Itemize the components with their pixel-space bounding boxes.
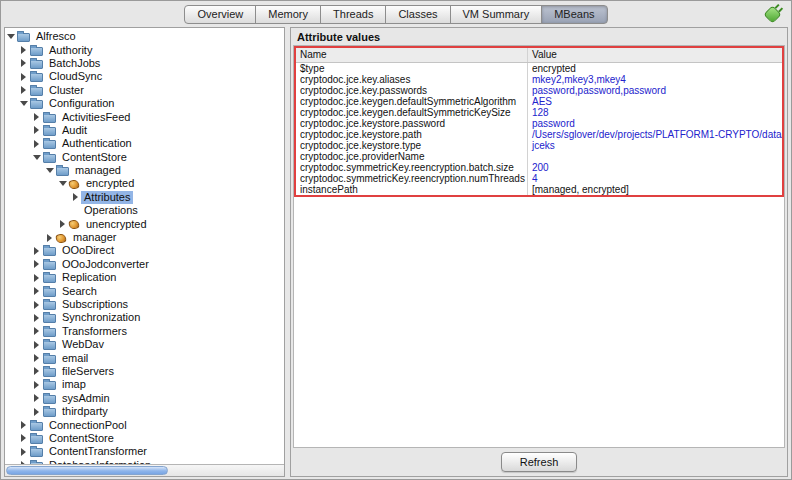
collapsed-arrow-icon[interactable]: [18, 448, 29, 456]
attribute-row[interactable]: cryptodoc.jce.keystore.typejceks: [296, 140, 782, 151]
collapsed-arrow-icon[interactable]: [31, 327, 42, 335]
attribute-row[interactable]: cryptodoc.jce.keygen.defaultSymmetricKey…: [296, 107, 782, 118]
tree-item-replication[interactable]: Replication: [5, 271, 284, 284]
collapsed-arrow-icon[interactable]: [57, 220, 68, 228]
collapsed-arrow-icon[interactable]: [31, 113, 42, 121]
tree-item-sysadmin[interactable]: sysAdmin: [5, 392, 284, 405]
folder-icon: [43, 368, 56, 377]
tree-item-unencrypted[interactable]: unencrypted: [5, 217, 284, 230]
triangle-glyph: [60, 220, 65, 228]
tree-item-cluster[interactable]: Cluster: [5, 84, 284, 97]
tree-item-batchjobs[interactable]: BatchJobs: [5, 57, 284, 70]
attribute-row[interactable]: cryptodoc.symmetricKey.reencryption.batc…: [296, 162, 782, 173]
tree-item-attributes[interactable]: Attributes: [5, 191, 284, 204]
tree-item-alfresco[interactable]: Alfresco: [5, 30, 284, 43]
attribute-value[interactable]: /Users/sglover/dev/projects/PLATFORM1-CR…: [528, 129, 782, 140]
attribute-row[interactable]: cryptodoc.symmetricKey.reencryption.numT…: [296, 173, 782, 184]
attribute-row[interactable]: cryptodoc.jce.keystore.path/Users/sglove…: [296, 129, 782, 140]
collapsed-arrow-icon[interactable]: [70, 193, 81, 201]
tab-memory[interactable]: Memory: [255, 5, 321, 24]
attribute-value[interactable]: [528, 151, 782, 162]
tree-item-thirdparty[interactable]: thirdparty: [5, 405, 284, 418]
collapsed-arrow-icon[interactable]: [44, 234, 55, 242]
expanded-arrow-icon[interactable]: [31, 155, 42, 160]
collapsed-arrow-icon[interactable]: [31, 301, 42, 309]
tree-item-synchronization[interactable]: Synchronization: [5, 311, 284, 324]
tree-item-contentstore[interactable]: ContentStore: [5, 432, 284, 445]
column-header-name[interactable]: Name: [296, 48, 528, 62]
collapsed-arrow-icon[interactable]: [18, 73, 29, 81]
attribute-row[interactable]: cryptodoc.jce.providerName: [296, 151, 782, 162]
tree-item-transformers[interactable]: Transformers: [5, 325, 284, 338]
attribute-row[interactable]: cryptodoc.jce.keygen.defaultSymmetricAlg…: [296, 96, 782, 107]
folder-icon: [43, 314, 56, 323]
tree-item-connectionpool[interactable]: ConnectionPool: [5, 418, 284, 431]
tree-item-authority[interactable]: Authority: [5, 43, 284, 56]
collapsed-arrow-icon[interactable]: [31, 341, 42, 349]
collapsed-arrow-icon[interactable]: [31, 394, 42, 402]
refresh-button[interactable]: Refresh: [501, 452, 578, 472]
column-header-value[interactable]: Value: [528, 48, 782, 62]
tree-item-cloudsync[interactable]: CloudSync: [5, 70, 284, 83]
collapsed-arrow-icon[interactable]: [31, 247, 42, 255]
expanded-arrow-icon[interactable]: [57, 181, 68, 186]
expanded-arrow-icon[interactable]: [18, 101, 29, 106]
collapsed-arrow-icon[interactable]: [18, 421, 29, 429]
tab-vm-summary[interactable]: VM Summary: [450, 5, 543, 24]
collapsed-arrow-icon[interactable]: [31, 381, 42, 389]
attribute-value[interactable]: 4: [528, 173, 782, 184]
attribute-value[interactable]: password,password,password: [528, 85, 782, 96]
collapsed-arrow-icon[interactable]: [31, 408, 42, 416]
collapsed-arrow-icon[interactable]: [31, 367, 42, 375]
tab-overview[interactable]: Overview: [184, 5, 256, 24]
collapsed-arrow-icon[interactable]: [18, 86, 29, 94]
tree-item-manager[interactable]: manager: [5, 231, 284, 244]
collapsed-arrow-icon[interactable]: [18, 434, 29, 442]
collapsed-arrow-icon[interactable]: [31, 260, 42, 268]
tree-item-search[interactable]: Search: [5, 284, 284, 297]
tree-item-contentstore[interactable]: ContentStore: [5, 151, 284, 164]
tree-item-configuration[interactable]: Configuration: [5, 97, 284, 110]
attribute-row[interactable]: cryptodoc.jce.key.aliasesmkey2,mkey3,mke…: [296, 74, 782, 85]
tree-item-operations[interactable]: Operations: [5, 204, 284, 217]
tree-item-subscriptions[interactable]: Subscriptions: [5, 298, 284, 311]
tree-item-activitiesfeed[interactable]: ActivitiesFeed: [5, 110, 284, 123]
attribute-row[interactable]: cryptodoc.jce.keystore.passwordpassword: [296, 118, 782, 129]
collapsed-arrow-icon[interactable]: [18, 59, 29, 67]
tree-item-fileservers[interactable]: fileServers: [5, 365, 284, 378]
horizontal-scrollbar[interactable]: [5, 464, 284, 476]
scrollbar-thumb[interactable]: [6, 466, 168, 475]
tree-item-contenttransformer[interactable]: ContentTransformer: [5, 445, 284, 458]
tab-mbeans[interactable]: MBeans: [541, 5, 607, 24]
tree-item-imap[interactable]: imap: [5, 378, 284, 391]
tree-item-audit[interactable]: Audit: [5, 124, 284, 137]
folder-icon: [43, 140, 56, 149]
tree-item-webdav[interactable]: WebDav: [5, 338, 284, 351]
expanded-arrow-icon[interactable]: [44, 168, 55, 173]
tree-item-email[interactable]: email: [5, 351, 284, 364]
attribute-value[interactable]: mkey2,mkey3,mkey4: [528, 74, 782, 85]
attribute-row[interactable]: instancePath[managed, encrypted]: [296, 184, 782, 195]
tree-item-ooodirect[interactable]: OOoDirect: [5, 244, 284, 257]
tree-item-encrypted[interactable]: encrypted: [5, 177, 284, 190]
collapsed-arrow-icon[interactable]: [31, 287, 42, 295]
tree-item-managed[interactable]: managed: [5, 164, 284, 177]
attribute-value[interactable]: 200: [528, 162, 782, 173]
collapsed-arrow-icon[interactable]: [31, 126, 42, 134]
attribute-row[interactable]: cryptodoc.jce.key.passwordspassword,pass…: [296, 85, 782, 96]
collapsed-arrow-icon[interactable]: [31, 354, 42, 362]
tab-threads[interactable]: Threads: [320, 5, 386, 24]
attribute-value[interactable]: AES: [528, 96, 782, 107]
collapsed-arrow-icon[interactable]: [31, 140, 42, 148]
tab-classes[interactable]: Classes: [385, 5, 450, 24]
collapsed-arrow-icon[interactable]: [31, 274, 42, 282]
attribute-value[interactable]: 128: [528, 107, 782, 118]
attribute-value[interactable]: jceks: [528, 140, 782, 151]
attribute-row[interactable]: $typeencrypted: [296, 63, 782, 74]
collapsed-arrow-icon[interactable]: [31, 314, 42, 322]
collapsed-arrow-icon[interactable]: [18, 46, 29, 54]
attribute-value[interactable]: password: [528, 118, 782, 129]
tree-item-authentication[interactable]: Authentication: [5, 137, 284, 150]
expanded-arrow-icon[interactable]: [5, 34, 16, 39]
tree-item-ooojodconverter[interactable]: OOoJodconverter: [5, 258, 284, 271]
